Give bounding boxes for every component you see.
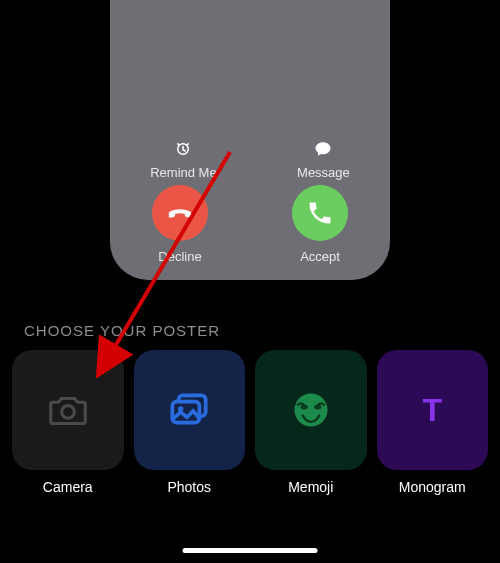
poster-camera-label: Camera [43,479,93,495]
camera-icon [45,387,91,433]
poster-camera[interactable]: Camera [12,350,124,495]
poster-memoji[interactable]: Memoji [255,350,367,495]
accept-label: Accept [300,249,340,264]
alarm-icon [174,140,192,162]
memoji-icon [289,388,333,432]
section-heading: CHOOSE YOUR POSTER [24,322,220,339]
home-indicator [183,548,318,553]
svg-point-0 [61,406,74,419]
decline-label: Decline [158,249,201,264]
poster-row: Camera Photos Memoji T Monogram [12,350,488,495]
poster-photos-label: Photos [167,479,211,495]
call-preview-card: Remind Me Message Decline Accept [110,0,390,280]
poster-monogram-label: Monogram [399,479,466,495]
phone-icon [306,199,334,227]
monogram-letter: T [422,392,442,429]
call-action-row: Decline Accept [110,185,390,264]
poster-camera-card [12,350,124,470]
decline-button[interactable]: Decline [152,185,208,264]
poster-monogram-card: T [377,350,489,470]
poster-monogram[interactable]: T Monogram [377,350,489,495]
message-label: Message [297,165,350,180]
poster-memoji-label: Memoji [288,479,333,495]
poster-photos[interactable]: Photos [134,350,246,495]
photos-icon [164,385,214,435]
remind-me-button[interactable]: Remind Me [150,140,216,180]
poster-photos-card [134,350,246,470]
phone-down-icon [165,198,195,228]
decline-circle [152,185,208,241]
poster-memoji-card [255,350,367,470]
call-utility-row: Remind Me Message [110,140,390,180]
message-button[interactable]: Message [297,140,350,180]
message-icon [314,140,332,162]
remind-me-label: Remind Me [150,165,216,180]
accept-button[interactable]: Accept [292,185,348,264]
accept-circle [292,185,348,241]
